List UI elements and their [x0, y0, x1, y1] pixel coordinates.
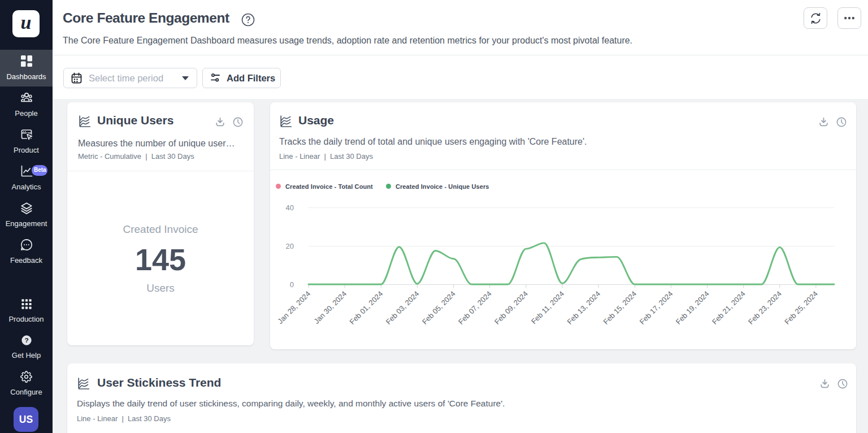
svg-text:Jan 30, 2024: Jan 30, 2024 — [312, 289, 348, 326]
svg-text:40: 40 — [286, 203, 294, 212]
svg-text:20: 20 — [286, 242, 294, 250]
svg-text:Feb 15, 2024: Feb 15, 2024 — [602, 289, 639, 326]
svg-text:Feb 19, 2024: Feb 19, 2024 — [674, 289, 711, 326]
svg-text:Feb 07, 2024: Feb 07, 2024 — [457, 289, 493, 326]
svg-text:Feb 03, 2024: Feb 03, 2024 — [384, 289, 421, 326]
svg-text:0: 0 — [290, 280, 294, 289]
svg-text:Feb 11, 2024: Feb 11, 2024 — [530, 289, 566, 326]
svg-text:Feb 25, 2024: Feb 25, 2024 — [783, 289, 819, 326]
svg-text:Feb 21, 2024: Feb 21, 2024 — [710, 289, 747, 326]
svg-text:Jan 28, 2024: Jan 28, 2024 — [276, 289, 312, 326]
svg-text:Feb 17, 2024: Feb 17, 2024 — [638, 289, 675, 326]
svg-text:?: ? — [24, 336, 28, 344]
svg-text:Feb 23, 2024: Feb 23, 2024 — [747, 289, 783, 326]
svg-text:Feb 09, 2024: Feb 09, 2024 — [493, 289, 530, 326]
svg-text:Feb 05, 2024: Feb 05, 2024 — [420, 289, 457, 326]
svg-text:Feb 13, 2024: Feb 13, 2024 — [565, 289, 602, 326]
svg-text:Feb 01, 2024: Feb 01, 2024 — [348, 289, 385, 326]
